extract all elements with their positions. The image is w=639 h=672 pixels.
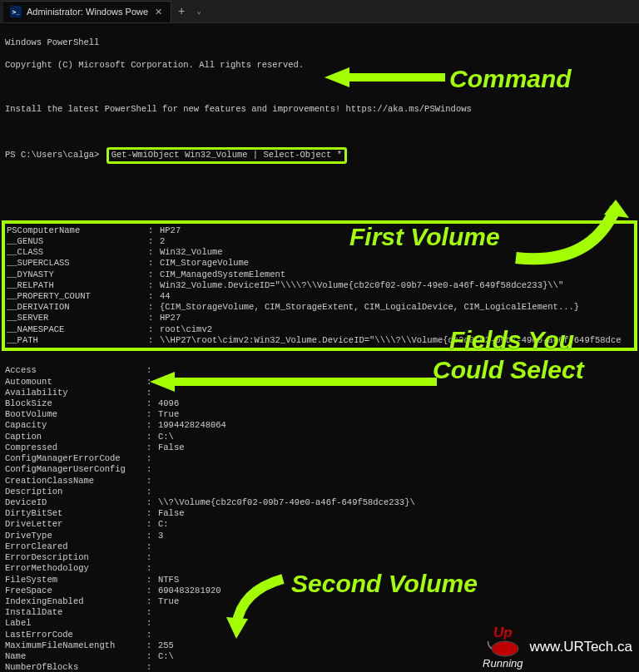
property-key: ErrorCleared xyxy=(5,541,146,552)
separator: : xyxy=(146,365,158,376)
property-key: InstallDate xyxy=(5,607,146,618)
property-value: {CIM_StorageVolume, CIM_StorageExtent, C… xyxy=(160,302,579,313)
separator: : xyxy=(148,302,160,313)
property-row: __SERVER: HP27 xyxy=(7,313,631,324)
separator: : xyxy=(146,552,158,563)
property-row: Availability: xyxy=(5,388,634,398)
property-row: FreeSpace: 690483281920 xyxy=(5,586,634,596)
intro-line: Copyright (C) Microsoft Corporation. All… xyxy=(5,60,634,71)
separator: : xyxy=(146,432,158,442)
property-key: __GENUS xyxy=(7,236,148,247)
separator: : xyxy=(146,388,158,398)
separator: : xyxy=(148,258,160,269)
tab-dropdown-button[interactable]: ⌄ xyxy=(192,7,206,16)
watermark-running: Running xyxy=(483,658,523,669)
property-row: __SUPERCLASS: CIM_StorageVolume xyxy=(7,258,631,269)
property-value: 3 xyxy=(158,531,163,541)
separator: : xyxy=(146,464,158,475)
property-value: 44 xyxy=(160,291,171,302)
property-key: Availability xyxy=(5,388,146,398)
titlebar: >_ Administrator: Windows Powe ✕ + ⌄ xyxy=(0,0,639,23)
property-key: FileSystem xyxy=(5,575,146,586)
property-key: __SERVER xyxy=(7,313,148,324)
property-row: PSComputerName: HP27 xyxy=(7,225,631,236)
property-value: True xyxy=(158,409,179,420)
property-key: PSComputerName xyxy=(7,225,148,236)
separator: : xyxy=(146,575,158,586)
property-key: Description xyxy=(5,487,146,497)
separator: : xyxy=(146,586,158,596)
separator: : xyxy=(146,409,158,420)
add-tab-button[interactable]: + xyxy=(171,5,191,18)
property-key: __PATH xyxy=(7,335,148,346)
property-row: ConfigManagerErrorCode: xyxy=(5,453,634,464)
property-key: Capacity xyxy=(5,420,146,431)
property-row: Description: xyxy=(5,487,634,497)
watermark: Up Running www.URTech.ca xyxy=(483,625,632,669)
property-value: root\cimv2 xyxy=(160,324,212,335)
prompt-line: PS C:\Users\calga> Get-WmiObject Win32_V… xyxy=(5,147,634,163)
property-row: DriveType: 3 xyxy=(5,531,634,541)
separator: : xyxy=(148,225,160,236)
property-key: NumberOfBlocks xyxy=(5,662,146,672)
property-key: __DYNASTY xyxy=(7,269,148,280)
property-key: DriveType xyxy=(5,531,146,541)
property-key: CreationClassName xyxy=(5,476,146,487)
property-value: C:\ xyxy=(158,651,174,662)
property-key: __NAMESPACE xyxy=(7,324,148,335)
property-value: Win32_Volume xyxy=(160,247,223,258)
property-key: Compressed xyxy=(5,442,146,453)
property-row: BootVolume: True xyxy=(5,409,634,420)
property-key: __CLASS xyxy=(7,247,148,258)
separator: : xyxy=(148,291,160,302)
property-key: DirtyBitSet xyxy=(5,508,146,519)
separator: : xyxy=(146,453,158,464)
property-row: Caption: C:\ xyxy=(5,432,634,442)
separator: : xyxy=(146,541,158,552)
property-key: Name xyxy=(5,651,146,662)
close-tab-icon[interactable]: ✕ xyxy=(153,7,164,17)
property-key: __PROPERTY_COUNT xyxy=(7,291,148,302)
property-key: FreeSpace xyxy=(5,586,146,596)
watermark-up: Up xyxy=(493,625,513,640)
property-key: ConfigManagerUserConfig xyxy=(5,464,146,475)
separator: : xyxy=(146,618,158,629)
separator: : xyxy=(146,531,158,541)
property-row: Access: xyxy=(5,365,634,376)
property-key: Caption xyxy=(5,432,146,442)
property-row: __DYNASTY: CIM_ManagedSystemElement xyxy=(7,269,631,280)
property-row: __RELPATH: Win32_Volume.DeviceID="\\\\?\… xyxy=(7,280,631,291)
property-value: C: xyxy=(158,519,169,530)
property-row: __PROPERTY_COUNT: 44 xyxy=(7,291,631,302)
intro-line: Install the latest PowerShell for new fe… xyxy=(5,104,634,115)
property-row: __DERIVATION: {CIM_StorageVolume, CIM_St… xyxy=(7,302,631,313)
property-key: Automount xyxy=(5,377,146,388)
separator: : xyxy=(146,596,158,607)
property-key: ConfigManagerErrorCode xyxy=(5,453,146,464)
intro-line: Windows PowerShell xyxy=(5,37,634,48)
separator: : xyxy=(146,662,158,672)
separator: : xyxy=(146,377,158,388)
property-key: LastErrorCode xyxy=(5,630,146,640)
property-value: 4096 xyxy=(158,398,179,409)
separator: : xyxy=(148,324,160,335)
separator: : xyxy=(146,442,158,453)
property-value: True xyxy=(158,377,179,388)
property-row: __CLASS: Win32_Volume xyxy=(7,247,631,258)
property-value: False xyxy=(158,442,185,453)
property-key: ErrorMethodology xyxy=(5,563,146,574)
separator: : xyxy=(146,563,158,574)
property-key: Label xyxy=(5,618,146,629)
separator: : xyxy=(148,280,160,291)
property-row: ErrorCleared: xyxy=(5,541,634,552)
terminal-output[interactable]: Windows PowerShell Copyright (C) Microso… xyxy=(0,23,639,672)
first-volume-box: PSComputerName: HP27__GENUS: 2__CLASS: W… xyxy=(2,220,637,351)
property-value: True xyxy=(158,596,179,607)
separator: : xyxy=(146,476,158,487)
tab-powershell[interactable]: >_ Administrator: Windows Powe ✕ xyxy=(3,1,171,22)
property-value: 2 xyxy=(160,236,165,247)
separator: : xyxy=(146,630,158,640)
property-value: 1994428248064 xyxy=(158,420,226,431)
property-row: FileSystem: NTFS xyxy=(5,575,634,586)
property-key: BlockSize xyxy=(5,398,146,409)
